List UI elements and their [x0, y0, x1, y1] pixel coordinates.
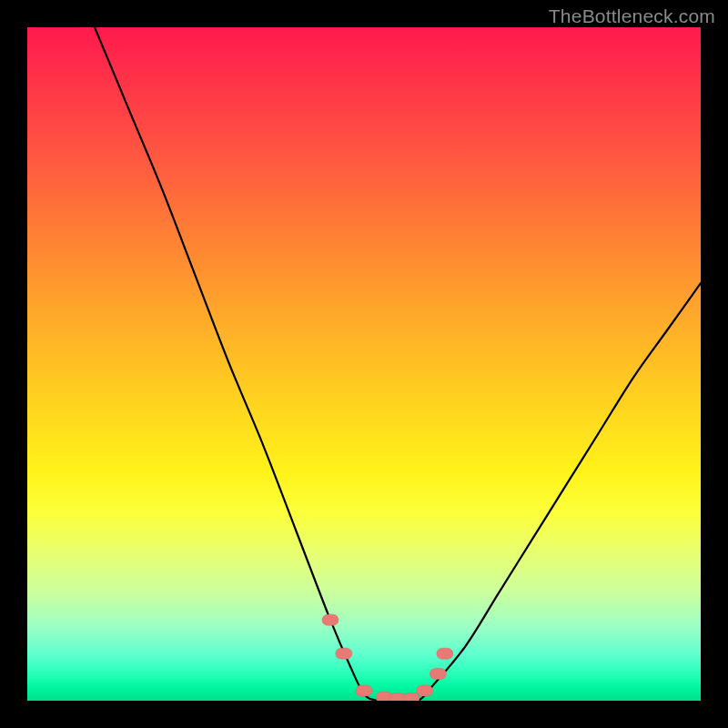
chart-svg: [27, 27, 701, 701]
optimum-marker: [336, 648, 352, 659]
optimum-marker: [356, 685, 372, 696]
chart-frame: TheBottleneck.com: [0, 0, 728, 728]
optimum-marker: [437, 648, 453, 659]
optimum-marker: [322, 614, 339, 625]
optimum-markers: [322, 614, 453, 701]
optimum-marker: [417, 685, 433, 696]
optimum-marker: [430, 668, 446, 679]
plot-area: [27, 27, 701, 701]
bottleneck-curve: [95, 27, 701, 701]
optimum-marker: [403, 693, 420, 701]
watermark-text: TheBottleneck.com: [549, 5, 715, 27]
